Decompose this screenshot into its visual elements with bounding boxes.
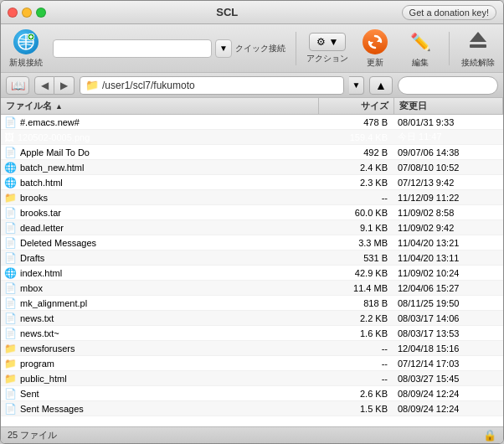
file-name-cell: 📄 news.txt~ [1,328,319,339]
col-header-size[interactable]: サイズ [319,98,394,114]
refresh-icon [363,29,388,54]
table-row[interactable]: 🌐 batch.html 2.3 KB 07/12/13 9:42 [1,175,503,190]
file-date-cell: 08/03/17 13:53 [394,328,503,338]
status-bar: 25 ファイル 🔒 [1,426,503,443]
file-name: newsforusers [20,343,75,354]
file-count: 25 ファイル [8,429,57,441]
quick-connect-dropdown[interactable]: ▼ [215,39,232,58]
lock-icon: 🔒 [483,429,496,441]
file-name: mk_alignment.pl [20,298,87,308]
action-button[interactable]: ⚙ ▼ アクション [306,33,348,65]
table-row[interactable]: 🌐 index.html 42.9 KB 11/09/02 10:24 [1,266,503,281]
search-wrap: 🔍 [398,76,498,95]
file-date-cell: 07/08/10 10:52 [394,163,503,173]
file-name: 120502-0005.png [18,132,90,142]
file-name: news.txt~ [20,328,59,338]
table-row[interactable]: 🖼 120502-0005.png 159.4 KB 今日 11:47 [1,130,503,145]
disconnect-button[interactable]: 接続解除 [460,28,496,69]
table-row[interactable]: 📄 mk_alignment.pl 818 B 08/11/25 19:50 [1,296,503,311]
donate-button[interactable]: Get a donation key! [402,5,496,20]
file-size-cell: 2.4 KB [319,163,394,173]
file-name: batch_new.html [20,163,84,173]
update-label: 更新 [367,57,383,69]
edit-icon: ✏️ [407,28,434,55]
forward-button[interactable]: ▶ [54,76,75,95]
quick-connect-area: ▼ クイック接続 [53,39,285,58]
file-date-cell: 08/11/25 19:50 [394,298,503,308]
table-row[interactable]: 📄 Drafts 531 B 11/04/20 13:11 [1,250,503,266]
file-size-cell: 492 B [319,147,394,157]
bookmarks-button[interactable]: 📖 [6,76,29,95]
gear-icon: ⚙ [316,36,326,48]
toolbar-divider-1 [296,32,296,65]
file-size-cell: 159.4 KB [319,132,394,142]
table-row[interactable]: 🌐 batch_new.html 2.4 KB 07/08/10 10:52 [1,160,503,175]
file-name-cell: 📄 mk_alignment.pl [1,297,319,309]
file-type-icon: 📄 [4,252,17,264]
table-row[interactable]: 📁 brooks -- 11/12/09 11:22 [1,190,503,205]
table-row[interactable]: 📄 mbox 11.4 MB 12/04/06 15:27 [1,281,503,296]
table-row[interactable]: 📄 #.emacs.new# 478 B 08/01/31 9:33 [1,115,503,130]
file-date-cell: 08/01/31 9:33 [394,117,503,127]
file-size-cell: 60.0 KB [319,208,394,218]
file-name: program [20,359,54,369]
action-btn-inner[interactable]: ⚙ ▼ [309,33,347,51]
file-name-cell: 📄 mbox [1,282,319,294]
file-date-cell: 08/03/27 15:45 [394,374,503,384]
file-size-cell: 1.6 KB [319,328,394,338]
path-box: 📁 /user1/scl7/fukumoto [80,76,344,95]
table-row[interactable]: 📁 program -- 07/12/14 17:03 [1,356,503,371]
table-row[interactable]: 📄 brooks.tar 60.0 KB 11/09/02 8:58 [1,205,503,220]
maximize-button[interactable] [36,8,46,18]
file-name-cell: 🌐 batch.html [1,177,319,188]
file-name: batch.html [20,178,63,188]
file-size-cell: 1.5 KB [319,404,394,414]
col-header-date[interactable]: 変更日 [394,98,503,114]
traffic-lights [8,8,46,18]
file-name-cell: 📄 dead.letter [1,222,319,234]
table-row[interactable]: 📄 Deleted Messages 3.3 MB 11/04/20 13:21 [1,235,503,250]
path-dropdown-button[interactable]: ▼ [349,76,364,95]
table-row[interactable]: 📄 news.txt 2.2 KB 08/03/17 14:06 [1,311,503,326]
file-name-cell: 📄 Drafts [1,252,319,264]
file-size-cell: 42.9 KB [319,268,394,278]
file-date-cell: 08/09/24 12:24 [394,404,503,414]
new-connection-button[interactable]: 新規接続 [8,28,44,69]
edit-button[interactable]: ✏️ 編集 [402,28,439,69]
file-date-cell: 09/07/06 14:38 [394,147,503,157]
table-row[interactable]: 📄 Sent 2.6 KB 08/09/24 12:24 [1,386,503,401]
file-size-cell: 9.1 KB [319,223,394,233]
search-input[interactable] [398,76,498,95]
quick-connect-input[interactable] [53,39,212,58]
close-button[interactable] [8,8,18,18]
file-name: #.emacs.new# [20,117,80,127]
file-type-icon: 📄 [4,222,17,234]
file-type-icon: 📁 [4,192,17,204]
back-button[interactable]: ◀ [34,76,54,95]
table-row[interactable]: 📄 news.txt~ 1.6 KB 08/03/17 13:53 [1,326,503,341]
file-date-cell: 11/09/02 9:42 [394,223,503,233]
file-name: Sent [20,389,39,399]
nav-arrows: ◀ ▶ [34,76,75,95]
table-row[interactable]: 📄 dead.letter 9.1 KB 11/09/02 9:42 [1,220,503,235]
file-size-cell: -- [319,343,394,354]
file-size-cell: 818 B [319,298,394,308]
table-row[interactable]: 📄 Apple Mail To Do 492 B 09/07/06 14:38 [1,145,503,160]
file-type-icon: 📁 [4,373,17,385]
table-row[interactable]: 📁 public_html -- 08/03/27 15:45 [1,371,503,386]
file-date-cell: 今日 11:47 [394,131,503,143]
file-name-cell: 📁 program [1,358,319,369]
col-header-name[interactable]: ファイル名 ▲ [1,98,319,114]
disconnect-label: 接続解除 [461,57,495,69]
toolbar: 新規接続 ▼ クイック接続 ⚙ ▼ アクション [1,24,503,73]
quick-connect-label: クイック接続 [235,43,285,54]
file-size-cell: -- [319,374,394,384]
table-row[interactable]: 📁 newsforusers -- 12/04/18 15:16 [1,341,503,356]
file-size-cell: 11.4 MB [319,283,394,293]
update-button[interactable]: 更新 [357,28,393,69]
file-name-cell: 📄 brooks.tar [1,207,319,219]
up-directory-button[interactable]: ▲ [369,76,393,95]
minimize-button[interactable] [22,8,32,18]
table-row[interactable]: 📄 Sent Messages 1.5 KB 08/09/24 12:24 [1,401,503,416]
file-name-cell: 📁 public_html [1,373,319,385]
